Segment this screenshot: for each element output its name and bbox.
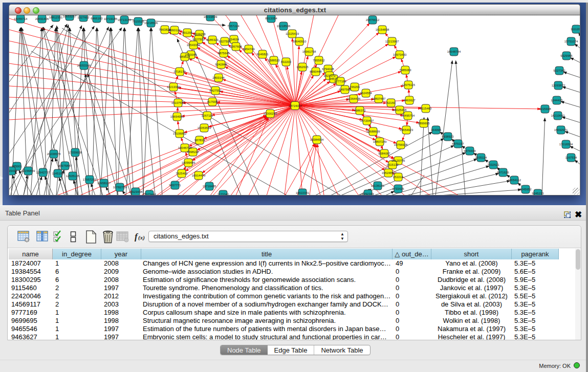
- svg-text:12975115: 12975115: [402, 83, 416, 86]
- svg-text:2803144: 2803144: [212, 76, 225, 79]
- svg-text:20053346: 20053346: [77, 64, 91, 67]
- svg-text:16648784: 16648784: [447, 50, 461, 53]
- svg-text:7625402: 7625402: [176, 172, 188, 175]
- svg-text:987833: 987833: [194, 139, 205, 142]
- svg-text:16210643: 16210643: [551, 114, 565, 117]
- svg-text:9146821: 9146821: [256, 53, 269, 56]
- svg-text:3875645: 3875645: [217, 52, 230, 55]
- svg-text:10922341: 10922341: [296, 191, 310, 194]
- svg-text:11923446: 11923446: [143, 193, 157, 195]
- svg-text:7986372: 7986372: [354, 109, 366, 112]
- svg-text:19524851: 19524851: [382, 171, 396, 174]
- svg-text:12213383: 12213383: [167, 85, 181, 89]
- svg-text:1588520: 1588520: [268, 59, 280, 62]
- svg-text:1111204: 1111204: [571, 28, 580, 31]
- svg-text:12213967: 12213967: [385, 40, 399, 43]
- svg-text:11325419: 11325419: [286, 32, 299, 35]
- svg-text:10782759: 10782759: [113, 186, 127, 189]
- svg-text:8990448: 8990448: [310, 70, 322, 73]
- svg-text:12156859: 12156859: [21, 169, 35, 172]
- svg-text:14136141: 14136141: [371, 184, 385, 187]
- svg-text:18807249: 18807249: [373, 140, 387, 143]
- svg-text:16961758: 16961758: [302, 50, 316, 53]
- svg-text:18812351: 18812351: [49, 16, 63, 19]
- svg-text:17957255: 17957255: [83, 178, 97, 181]
- svg-text:12942737: 12942737: [36, 171, 50, 174]
- svg-text:19218506: 19218506: [277, 25, 291, 28]
- svg-text:12923448: 12923448: [129, 190, 143, 193]
- svg-text:21364436: 21364436: [347, 97, 361, 100]
- svg-text:7485063: 7485063: [399, 69, 411, 72]
- svg-text:154634: 154634: [229, 38, 239, 41]
- svg-text:1173342: 1173342: [217, 193, 230, 195]
- svg-text:16713155: 16713155: [118, 18, 132, 21]
- svg-text:1615132: 1615132: [386, 163, 399, 166]
- svg-text:10973493: 10973493: [393, 53, 407, 56]
- svg-text:10688609: 10688609: [366, 130, 380, 133]
- svg-text:8427552: 8427552: [209, 89, 222, 92]
- svg-text:19384554: 19384554: [310, 138, 324, 141]
- svg-text:1527602: 1527602: [77, 16, 90, 19]
- svg-text:746266: 746266: [350, 85, 360, 89]
- svg-text:2935114: 2935114: [475, 156, 488, 159]
- svg-text:9115460: 9115460: [420, 107, 432, 110]
- svg-text:10719185: 10719185: [104, 17, 118, 20]
- svg-text:891295: 891295: [182, 31, 193, 34]
- svg-text:15692971: 15692971: [554, 128, 568, 132]
- svg-text:3215938: 3215938: [539, 107, 551, 111]
- svg-text:3267110: 3267110: [202, 114, 214, 117]
- svg-text:8454749: 8454749: [243, 48, 255, 51]
- svg-text:1292344: 1292344: [362, 192, 374, 195]
- svg-text:985001: 985001: [12, 165, 23, 168]
- svg-text:9327503: 9327503: [192, 38, 205, 41]
- svg-text:8471626: 8471626: [497, 171, 509, 174]
- svg-text:8813054: 8813054: [265, 17, 277, 20]
- svg-text:16120746: 16120746: [391, 159, 405, 162]
- svg-text:9657771: 9657771: [169, 184, 181, 187]
- svg-text:7632621: 7632621: [487, 163, 499, 166]
- svg-text:10046708: 10046708: [178, 146, 192, 149]
- svg-text:17016504: 17016504: [559, 143, 573, 146]
- svg-text:1145194: 1145194: [52, 172, 64, 175]
- svg-text:817006: 817006: [207, 100, 218, 103]
- svg-text:1244415: 1244415: [551, 99, 563, 102]
- svg-text:9242848: 9242848: [215, 63, 227, 66]
- svg-text:90975887: 90975887: [58, 164, 72, 167]
- svg-text:9245213: 9245213: [532, 192, 544, 195]
- svg-text:9777169: 9777169: [334, 80, 346, 83]
- svg-text:6466160: 6466160: [91, 17, 103, 20]
- svg-text:164095: 164095: [431, 128, 442, 132]
- svg-text:20206578: 20206578: [47, 152, 61, 156]
- svg-text:1362615: 1362615: [296, 65, 309, 69]
- svg-text:9245652: 9245652: [519, 188, 532, 191]
- svg-text:10807487: 10807487: [372, 97, 386, 100]
- svg-text:832203: 832203: [281, 60, 292, 63]
- svg-text:2718170: 2718170: [173, 70, 186, 73]
- svg-text:20876612: 20876612: [366, 18, 380, 21]
- svg-text:23300295: 23300295: [264, 112, 277, 115]
- svg-text:3915413: 3915413: [9, 169, 17, 172]
- svg-text:19218506: 19218506: [144, 21, 158, 25]
- svg-text:19756928: 19756928: [394, 143, 408, 146]
- svg-text:9084067: 9084067: [378, 152, 390, 155]
- svg-text:16914479: 16914479: [192, 174, 206, 177]
- svg-text:5938923: 5938923: [442, 135, 454, 138]
- svg-text:8186323: 8186323: [206, 38, 219, 41]
- svg-text:989614: 989614: [180, 55, 190, 58]
- svg-text:12093872: 12093872: [552, 84, 565, 87]
- svg-text:9329966: 9329966: [560, 54, 573, 57]
- svg-text:9463627: 9463627: [403, 99, 416, 102]
- svg-text:14055714: 14055714: [14, 17, 28, 20]
- svg-text:17359938: 17359938: [69, 151, 82, 154]
- svg-text:3498222: 3498222: [187, 150, 199, 154]
- svg-text:9474444: 9474444: [464, 149, 476, 152]
- svg-text:1733426: 1733426: [392, 187, 404, 190]
- svg-text:15716485: 15716485: [203, 185, 216, 188]
- svg-text:15751074: 15751074: [564, 40, 578, 43]
- svg-text:2367608: 2367608: [230, 45, 242, 48]
- svg-text:6899695: 6899695: [418, 122, 430, 125]
- svg-text:15495754: 15495754: [401, 114, 415, 117]
- svg-text:18640910: 18640910: [293, 40, 307, 43]
- svg-text:16154838: 16154838: [376, 28, 389, 31]
- svg-text:10025458: 10025458: [393, 108, 407, 112]
